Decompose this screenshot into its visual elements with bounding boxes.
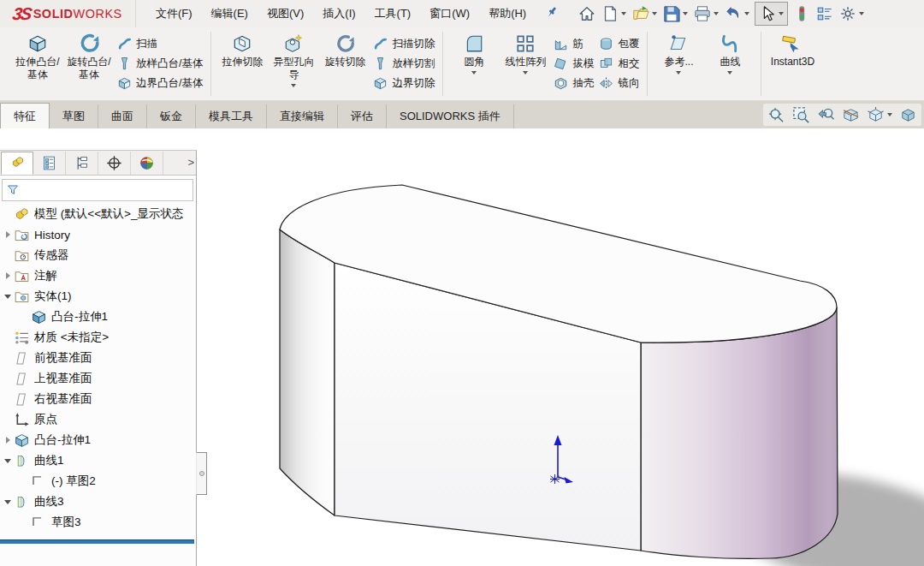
quick-tool-undo[interactable] (722, 3, 752, 25)
quick-tool-new-document[interactable] (599, 3, 629, 25)
menu-item-view[interactable]: 视图(V) (258, 0, 313, 27)
ribbon-button-revolve-cut[interactable]: 旋转切除 (320, 27, 370, 100)
featuremanager-icon (9, 155, 26, 171)
previous-view-button[interactable] (817, 106, 835, 124)
section-view-button[interactable] (842, 106, 860, 124)
ribbon-button-extrude-boss[interactable]: 拉伸凸台/基体 (13, 27, 62, 100)
panel-overflow-chevron-icon[interactable]: > (187, 156, 194, 172)
ref-geometry-icon (668, 33, 689, 54)
chevron-down-icon (779, 12, 784, 15)
tab-sheet-metal[interactable]: 钣金 (147, 104, 196, 128)
ribbon-button-label: 旋转切除 (321, 56, 369, 69)
expand-arrow[interactable] (2, 295, 14, 299)
expand-arrow[interactable] (2, 437, 14, 444)
ribbon-button-instant3d[interactable]: Instant3D (767, 27, 817, 100)
tab-sketch[interactable]: 草图 (50, 104, 98, 128)
ribbon-button-shell[interactable]: 抽壳 (554, 76, 594, 91)
ribbon-group-1: 拉伸切除异型孔向导旋转切除扫描切除放样切割边界切除 (211, 27, 442, 100)
ribbon-button-wrap[interactable]: 包覆 (599, 37, 639, 51)
tree-item-solid-bodies[interactable]: 实体(1) (0, 286, 196, 307)
ribbon-button-revolve-boss[interactable]: 旋转凸台/基体 (64, 27, 114, 100)
zoom-fit-icon (767, 106, 785, 124)
tree-item-sketch3[interactable]: 草图3 (0, 512, 196, 533)
ribbon-button-boundary[interactable]: 边界凸台/基体 (117, 76, 203, 91)
expand-arrow[interactable] (2, 272, 14, 279)
quick-tool-settings-gear[interactable] (837, 3, 867, 25)
tree-item-body-boss-extrude1[interactable]: 凸台-拉伸1 (0, 307, 196, 327)
menu-item-insert[interactable]: 插入(I) (313, 0, 364, 27)
quick-tool-save[interactable] (660, 3, 690, 25)
tree-item-top-plane[interactable]: 上视基准面 (0, 368, 196, 389)
tab-mold-tools[interactable]: 模具工具 (196, 104, 267, 128)
tab-solidworks-addins[interactable]: SOLIDWORKS 插件 (387, 104, 514, 128)
quick-tool-home[interactable] (576, 3, 598, 25)
tree-item-label: 传感器 (34, 247, 69, 263)
tree-item-material[interactable]: 材质 <未指定> (0, 327, 196, 348)
ribbon-button-rib[interactable]: 筋 (554, 37, 594, 51)
view-orientation-button[interactable] (867, 106, 892, 124)
tree-item-origin[interactable]: 原点 (0, 409, 196, 430)
menu-item-window[interactable]: 窗口(W) (420, 0, 479, 27)
quick-tool-performance-indicator[interactable] (791, 3, 813, 25)
quick-tool-options-list[interactable] (814, 3, 836, 25)
quick-tool-open[interactable] (630, 3, 660, 25)
tab-evaluate[interactable]: 评估 (338, 104, 387, 128)
ribbon-button-ref-geometry[interactable]: 参考... (654, 27, 703, 100)
tab-surfaces[interactable]: 曲面 (98, 104, 147, 128)
expand-arrow[interactable] (2, 231, 14, 238)
display-style-button[interactable] (899, 106, 917, 124)
ribbon-button-label: 圆角 (450, 56, 498, 69)
chevron-down-icon (887, 113, 892, 116)
model-left-cylinder-face[interactable] (280, 229, 335, 515)
tree-item-boss-extrude1[interactable]: 凸台-拉伸1 (0, 430, 196, 450)
ribbon-button-loft[interactable]: 放样凸台/基体 (117, 57, 203, 71)
tree-item-annotations[interactable]: 注解 (0, 265, 196, 286)
menu-item-help[interactable]: 帮助(H) (479, 0, 536, 27)
tree-item-front-plane[interactable]: 前视基准面 (0, 348, 196, 368)
feature-tree-filter-input[interactable] (23, 183, 189, 197)
tab-direct-editing[interactable]: 直接编辑 (267, 104, 338, 128)
zoom-area-button[interactable] (792, 106, 810, 124)
expand-arrow[interactable] (2, 459, 14, 463)
ribbon-button-sweep[interactable]: 扫描 (117, 37, 203, 51)
ribbon-button-boundary-cut[interactable]: 边界切除 (373, 76, 435, 91)
menu-item-edit[interactable]: 编辑(E) (202, 0, 258, 27)
panel-tab-strip (0, 151, 196, 176)
zoom-fit-button[interactable] (767, 106, 785, 124)
graphics-area[interactable]: > 模型 (默认<<默认>_显示状态History传感器注解实体(1)凸台-拉伸… (0, 128, 924, 566)
tree-item-right-plane[interactable]: 右视基准面 (0, 389, 196, 409)
model-right-cylinder-face[interactable] (641, 307, 838, 558)
ribbon-button-linear-pattern[interactable]: 线性阵列 (500, 27, 550, 100)
ribbon-button-hole-wizard[interactable]: 异型孔向导 (269, 27, 318, 100)
ribbon-button-extrude-cut[interactable]: 拉伸切除 (217, 27, 267, 100)
quick-tool-print[interactable] (691, 3, 721, 25)
tree-item-curve1[interactable]: 曲线1 (0, 450, 196, 471)
quick-tool-select-cursor[interactable] (755, 2, 788, 26)
ribbon-button-draft[interactable]: 拔模 (554, 57, 594, 71)
feature-tree-filter[interactable] (2, 179, 193, 201)
ribbon-button-fillet[interactable]: 圆角 (449, 27, 499, 100)
tab-features[interactable]: 特征 (0, 103, 50, 128)
ribbon-button-curves[interactable]: 曲线 (705, 27, 755, 100)
panel-splitter-handle[interactable] (196, 452, 207, 495)
panel-tab-featuremanager[interactable] (1, 152, 33, 175)
menu-item-file[interactable]: 文件(F) (146, 0, 202, 27)
panel-tab-configurationmanager[interactable] (66, 152, 98, 175)
ribbon-button-sweep-cut[interactable]: 扫描切除 (373, 37, 435, 51)
tree-item-model-root[interactable]: 模型 (默认<<默认>_显示状态 (0, 204, 196, 224)
wrap-icon (599, 37, 613, 51)
pin-menu-button[interactable] (544, 5, 559, 23)
menu-item-tools[interactable]: 工具(T) (365, 0, 421, 27)
tree-item-sensors[interactable]: 传感器 (0, 245, 196, 265)
ribbon-button-intersect[interactable]: 相交 (599, 57, 639, 71)
panel-tab-displaymanager[interactable] (131, 152, 163, 175)
panel-tab-dimxpertmanager[interactable] (98, 152, 131, 175)
ribbon-button-loft-cut[interactable]: 放样切割 (373, 57, 435, 71)
rollback-bar[interactable] (0, 539, 194, 544)
expand-arrow[interactable] (2, 500, 14, 504)
tree-item-curve3[interactable]: 曲线3 (0, 492, 196, 512)
tree-item-history[interactable]: History (0, 224, 196, 245)
panel-tab-propertymanager[interactable] (33, 152, 66, 175)
tree-item-sketch2[interactable]: (-) 草图2 (0, 471, 196, 492)
ribbon-button-mirror[interactable]: 镜向 (599, 76, 639, 91)
